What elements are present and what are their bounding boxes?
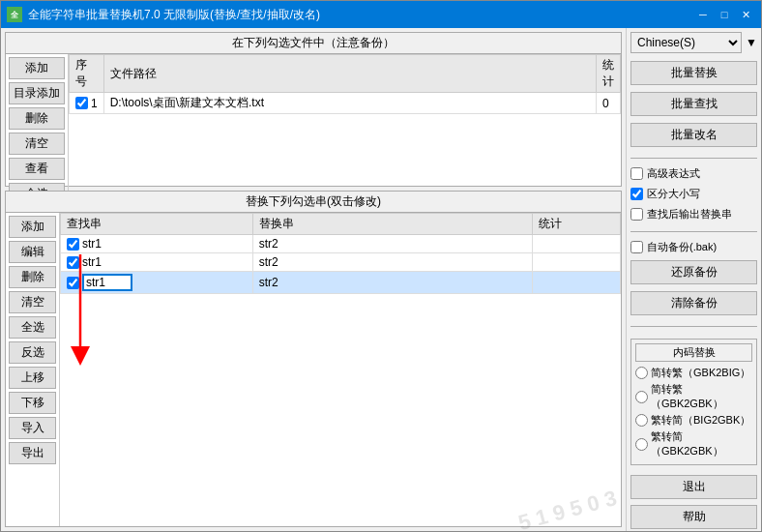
advanced-expr-checkbox[interactable] [630,167,643,180]
replace-row-stat-1 [533,253,621,272]
replace-export-button[interactable]: 导出 [9,442,56,464]
radio-row-0: 简转繁（GBK2BIG） [635,366,752,380]
codec-label-2: 繁转简（BIG2GBK） [651,413,750,428]
main-content: 在下列勾选文件中（注意备份） 添加 目录添加 删除 清空 查看 全选 反选 上移… [1,28,761,531]
right-panel: Chinese(S) Chinese(T) English ▼ 批量替换 批量查… [626,28,761,531]
codec-title: 内码替换 [635,343,752,362]
replace-row-stat-2 [533,272,621,294]
table-row[interactable]: str1 str2 [61,235,621,253]
codec-label-3: 繁转简（GBK2GBK） [651,429,752,458]
advanced-expr-row: 高级表达式 [630,166,757,181]
batch-rename-button[interactable]: 批量改名 [630,123,757,147]
file-add-button[interactable]: 添加 [9,57,65,79]
title-bar-left: 全 全能字符串批量替换机7.0 无限制版(替换/查找/抽取/改名) [7,7,320,23]
maximize-button[interactable]: □ [715,6,734,23]
replace-btn-col: 添加 编辑 删除 清空 全选 反选 上移 下移 导入 导出 [6,213,60,526]
replace-move-down-button[interactable]: 下移 [9,392,56,414]
output-replace-row: 查找后输出替换串 [630,207,757,222]
replace-row-stat-0 [533,235,621,253]
col-seq-header: 序号 [70,55,104,93]
separator-1 [630,158,757,159]
radio-row-2: 繁转简（BIG2GBK） [635,413,752,428]
batch-replace-button[interactable]: 批量替换 [630,61,757,85]
replace-table: 查找串 替换串 统计 str1 [60,213,621,294]
replace-clear-button[interactable]: 清空 [9,291,56,313]
file-row-stat: 0 [597,93,621,114]
col-replace-stat-header: 统计 [533,214,621,235]
help-button[interactable]: 帮助 [630,505,757,529]
output-replace-label: 查找后输出替换串 [647,207,732,222]
replace-row-replace-0: str2 [252,235,533,253]
replace-row-checkbox-1[interactable] [67,256,79,269]
replace-table-area: 查找串 替换串 统计 str1 [60,213,621,526]
file-delete-button[interactable]: 删除 [9,107,65,130]
replace-row-replace-1: str2 [252,253,533,272]
batch-find-button[interactable]: 批量查找 [630,92,757,116]
col-stat-header: 统计 [597,55,621,93]
replace-row-search-input[interactable] [82,274,132,291]
svg-text:全: 全 [11,11,19,19]
col-search-header: 查找串 [61,214,253,235]
language-select[interactable]: Chinese(S) Chinese(T) English [630,32,742,53]
codec-radio-3[interactable] [635,438,648,451]
replace-row-checkbox-0[interactable] [67,238,79,251]
replace-section-header: 替换下列勾选串(双击修改) [6,192,621,213]
replace-row-replace-2: str2 [252,272,533,294]
language-selector-row: Chinese(S) Chinese(T) English ▼ [630,32,757,53]
window-title: 全能字符串批量替换机7.0 无限制版(替换/查找/抽取/改名) [28,7,320,23]
main-window: 全 全能字符串批量替换机7.0 无限制版(替换/查找/抽取/改名) ─ □ ✕ … [0,0,762,532]
auto-backup-label: 自动备份(.bak) [647,240,717,254]
replace-section: 替换下列勾选串(双击修改) 添加 编辑 删除 清空 全选 反选 上移 下移 导入… [5,191,622,527]
codec-radio-2[interactable] [635,414,648,427]
replace-row-search-1: str1 [61,253,253,272]
title-controls: ─ □ ✕ [693,6,755,23]
dropdown-arrow-icon: ▼ [746,36,757,49]
bottom-right-group: 退出 帮助 按行排序 [630,475,757,531]
minimize-button[interactable]: ─ [693,6,713,23]
col-path-header: 文件路径 [103,55,596,93]
file-section: 在下列勾选文件中（注意备份） 添加 目录添加 删除 清空 查看 全选 反选 上移… [5,32,622,187]
case-sensitive-checkbox[interactable] [630,188,643,200]
restore-backup-button[interactable]: 还原备份 [630,260,757,284]
codec-label-0: 简转繁（GBK2BIG） [651,366,750,380]
output-replace-checkbox[interactable] [630,208,643,221]
replace-edit-button[interactable]: 编辑 [9,241,56,263]
file-clear-button[interactable]: 清空 [9,133,65,155]
table-row[interactable]: str2 [61,272,621,294]
clear-backup-button[interactable]: 清除备份 [630,291,757,315]
replace-row-search-0: str1 [61,235,253,253]
replace-delete-button[interactable]: 删除 [9,266,56,288]
replace-add-button[interactable]: 添加 [9,216,56,238]
exit-button[interactable]: 退出 [630,475,757,499]
file-view-button[interactable]: 查看 [9,158,65,180]
replace-select-all-button[interactable]: 全选 [9,316,56,339]
replace-row-search-2 [61,272,253,294]
app-icon: 全 [7,7,22,22]
col-replace-header: 替换串 [252,214,533,235]
file-dir-add-button[interactable]: 目录添加 [9,82,65,104]
file-row-checkbox[interactable] [75,97,88,109]
advanced-expr-label: 高级表达式 [647,166,700,181]
table-row[interactable]: str1 str2 [61,253,621,272]
table-row[interactable]: 1 D:\tools\桌面\新建文本文档.txt 0 [70,93,621,114]
radio-row-3: 繁转简（GBK2GBK） [635,429,752,458]
file-row-path: D:\tools\桌面\新建文本文档.txt [103,93,596,114]
codec-radio-0[interactable] [635,367,648,379]
file-section-header: 在下列勾选文件中（注意备份） [6,33,621,54]
title-bar: 全 全能字符串批量替换机7.0 无限制版(替换/查找/抽取/改名) ─ □ ✕ [1,1,761,28]
file-table: 序号 文件路径 统计 1 [69,54,621,114]
replace-row-checkbox-2[interactable] [67,277,79,289]
left-panel: 在下列勾选文件中（注意备份） 添加 目录添加 删除 清空 查看 全选 反选 上移… [1,28,626,531]
replace-move-up-button[interactable]: 上移 [9,367,56,389]
replace-invert-button[interactable]: 反选 [9,341,56,364]
case-sensitive-row: 区分大小写 [630,187,757,201]
replace-import-button[interactable]: 导入 [9,417,56,439]
separator-3 [630,326,757,327]
separator-2 [630,231,757,232]
auto-backup-row: 自动备份(.bak) [630,240,757,254]
codec-label-1: 简转繁（GBK2GBK） [651,382,752,411]
codec-radio-1[interactable] [635,391,648,403]
auto-backup-checkbox[interactable] [630,241,643,253]
close-button[interactable]: ✕ [736,6,755,23]
file-row-seq: 1 [70,93,104,114]
